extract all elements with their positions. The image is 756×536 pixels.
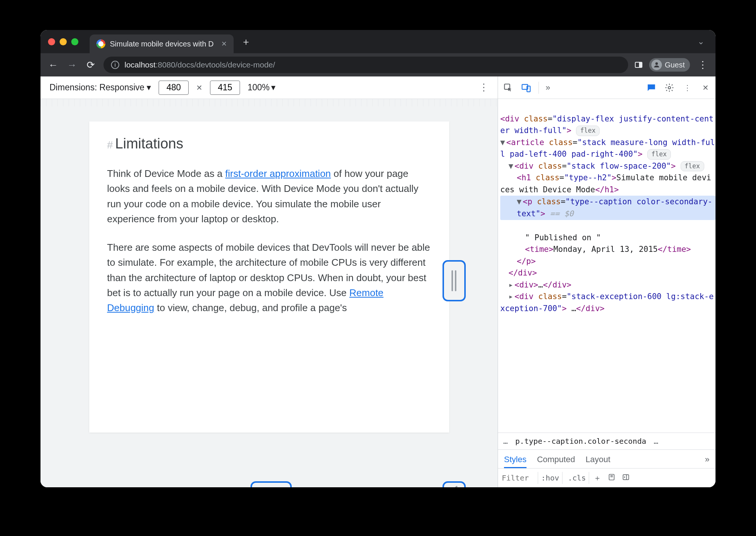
new-style-rule-icon[interactable]: ＋ (591, 473, 603, 483)
site-info-icon[interactable]: i (111, 61, 119, 69)
dimensions-dropdown[interactable]: Dimensions: Responsive ▾ (50, 82, 151, 93)
selected-element[interactable]: ▼<p class="type--caption color-secondary… (500, 196, 716, 220)
doc-paragraph: Think of Device Mode as a first-order ap… (107, 166, 431, 226)
back-button[interactable]: ← (47, 59, 59, 71)
minimize-window-button[interactable] (60, 38, 67, 45)
resize-handle-corner[interactable] (442, 481, 466, 487)
browser-menu-icon[interactable]: ⋮ (697, 59, 709, 71)
breadcrumb-overflow-left[interactable]: … (503, 437, 508, 446)
hash-anchor-icon[interactable]: # (107, 139, 113, 151)
window-controls (48, 38, 78, 45)
svg-point-0 (655, 62, 658, 65)
resize-handle-bottom[interactable] (250, 481, 292, 487)
tabs-dropdown-icon[interactable]: ⌄ (698, 37, 704, 46)
tab-styles[interactable]: Styles (504, 455, 526, 468)
device-area: #Limitations Think of Device Mode as a f… (40, 106, 498, 487)
doc-paragraph: There are some aspects of mobile devices… (107, 240, 431, 315)
device-toggle-icon[interactable] (520, 82, 532, 93)
first-order-link[interactable]: first-order approximation (225, 168, 331, 179)
devtools-toolbar: » ⋮ ✕ (498, 76, 716, 99)
device-mode-pane: Dimensions: Responsive ▾ ✕ 100% ▾ ⋮ #Lim… (40, 76, 498, 487)
side-panel-icon[interactable] (635, 62, 642, 68)
inspect-element-icon[interactable] (502, 82, 514, 93)
url-text: localhost:8080/docs/devtools/device-mode… (124, 60, 275, 69)
chrome-favicon (96, 39, 105, 48)
new-tab-button[interactable]: ＋ (241, 35, 251, 48)
styles-pane-tabs: Styles Computed Layout » (498, 450, 716, 469)
browser-toolbar: ← → ⟳ i localhost:8080/docs/devtools/dev… (40, 53, 716, 76)
devtools-panel: » ⋮ ✕ <div class="display-flex justify-c… (498, 76, 716, 487)
toggle-sidebar-icon[interactable] (620, 473, 632, 483)
tab-layout[interactable]: Layout (585, 455, 610, 468)
maximize-window-button[interactable] (71, 38, 78, 45)
close-devtools-icon[interactable]: ✕ (700, 82, 711, 93)
chevron-down-icon: ▾ (147, 82, 151, 93)
breadcrumb-overflow-right[interactable]: … (654, 437, 658, 446)
svg-point-6 (668, 86, 671, 89)
address-bar[interactable]: i localhost:8080/docs/devtools/device-mo… (104, 57, 628, 73)
close-tab-icon[interactable]: ✕ (221, 40, 227, 48)
width-input[interactable] (159, 81, 189, 95)
content-area: Dimensions: Responsive ▾ ✕ 100% ▾ ⋮ #Lim… (40, 76, 716, 487)
profile-label: Guest (665, 61, 685, 69)
dimension-separator: ✕ (196, 83, 202, 92)
elements-tree[interactable]: <div class="display-flex justify-content… (498, 99, 716, 433)
settings-icon[interactable] (664, 82, 675, 93)
tab-title: Simulate mobile devices with D (110, 40, 214, 48)
device-more-icon[interactable]: ⋮ (479, 82, 489, 93)
toolbar-right: Guest ⋮ (635, 58, 709, 72)
breadcrumb-selected[interactable]: p.type--caption.color-seconda (515, 437, 646, 446)
more-tabs-icon[interactable]: » (705, 455, 710, 468)
device-toolbar: Dimensions: Responsive ▾ ✕ 100% ▾ ⋮ (40, 76, 498, 99)
elements-breadcrumb[interactable]: … p.type--caption.color-seconda … (498, 433, 716, 450)
svg-rect-4 (650, 86, 654, 87)
profile-button[interactable]: Guest (649, 58, 690, 72)
simulated-page[interactable]: #Limitations Think of Device Mode as a f… (89, 121, 449, 433)
resize-handle-right[interactable] (442, 260, 466, 301)
computed-styles-icon[interactable] (606, 473, 618, 483)
browser-window: Simulate mobile devices with D ✕ ＋ ⌄ ← →… (40, 30, 716, 487)
feedback-icon[interactable] (646, 82, 657, 93)
tab-computed[interactable]: Computed (537, 455, 575, 468)
height-input[interactable] (210, 81, 240, 95)
avatar-icon (651, 60, 662, 70)
browser-tab[interactable]: Simulate mobile devices with D ✕ (90, 34, 234, 53)
styles-filter-input[interactable] (502, 473, 536, 482)
device-frame-wrap: #Limitations Think of Device Mode as a f… (89, 121, 449, 487)
chevron-down-icon: ▾ (271, 82, 276, 93)
hov-toggle[interactable]: :hov (538, 472, 562, 484)
styles-toolbar: :hov .cls ＋ (498, 469, 716, 487)
forward-button[interactable]: → (66, 59, 78, 71)
width-ruler[interactable] (40, 99, 498, 106)
zoom-dropdown[interactable]: 100% ▾ (248, 82, 276, 93)
page-heading: #Limitations (107, 136, 431, 152)
devtools-menu-icon[interactable]: ⋮ (682, 82, 693, 93)
svg-rect-5 (650, 87, 652, 88)
close-window-button[interactable] (48, 38, 55, 45)
tab-strip: Simulate mobile devices with D ✕ ＋ ⌄ (40, 30, 716, 53)
reload-button[interactable]: ⟳ (85, 59, 97, 71)
more-panels-icon[interactable]: » (546, 83, 550, 93)
cls-toggle[interactable]: .cls (565, 472, 589, 484)
